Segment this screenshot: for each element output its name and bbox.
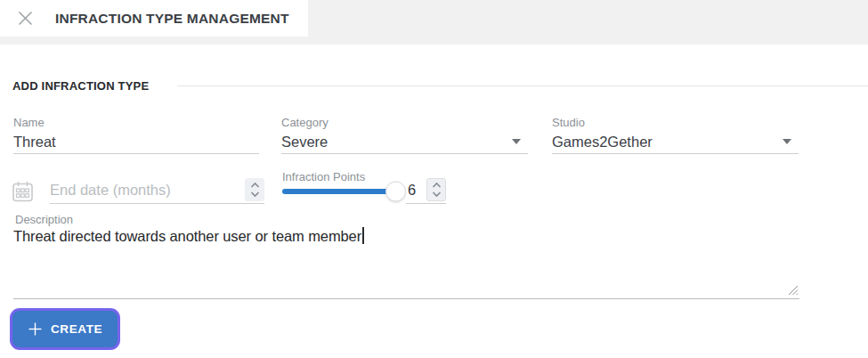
section-header: ADD INFRACTION TYPE (12, 79, 868, 93)
plus-icon (28, 321, 43, 337)
category-label: Category (281, 116, 528, 129)
dialog-title: INFRACTION TYPE MANAGEMENT (55, 11, 289, 27)
resize-handle-icon[interactable] (787, 284, 799, 296)
create-button-label: CREATE (51, 322, 102, 336)
category-dropdown[interactable]: Category Severe (281, 116, 528, 154)
infraction-points-label: Infraction Points (282, 170, 365, 183)
description-text: Threat directed towards another user or … (13, 228, 361, 244)
end-date-stepper[interactable] (245, 178, 264, 201)
description-textarea[interactable]: Threat directed towards another user or … (13, 226, 799, 299)
section-title: ADD INFRACTION TYPE (12, 79, 149, 93)
chevron-down-icon (783, 139, 791, 144)
studio-dropdown[interactable]: Studio Games2Gether (552, 116, 799, 154)
dialog-header: INFRACTION TYPE MANAGEMENT (0, 0, 308, 37)
infraction-points-stepper[interactable] (426, 178, 446, 201)
text-caret (362, 227, 364, 244)
end-date-field (50, 176, 264, 204)
chevron-down-icon (512, 139, 521, 144)
infraction-points-spinner: 6 (406, 176, 446, 204)
description-label: Description (15, 213, 73, 226)
name-input[interactable] (13, 133, 259, 151)
end-date-input[interactable] (50, 182, 245, 199)
infraction-points-slider[interactable] (282, 189, 396, 194)
slider-thumb[interactable] (385, 182, 406, 202)
close-icon[interactable] (18, 11, 33, 26)
name-field: Name (13, 116, 259, 154)
category-selected-value: Severe (281, 133, 512, 151)
create-button[interactable]: CREATE (12, 311, 118, 347)
calendar-icon[interactable] (12, 181, 33, 202)
section-divider (177, 85, 868, 86)
studio-selected-value: Games2Gether (552, 133, 783, 151)
name-label: Name (13, 116, 259, 129)
infraction-type-dialog: INFRACTION TYPE MANAGEMENT ADD INFRACTIO… (0, 0, 868, 358)
infraction-points-value: 6 (406, 182, 416, 199)
studio-label: Studio (552, 116, 799, 129)
